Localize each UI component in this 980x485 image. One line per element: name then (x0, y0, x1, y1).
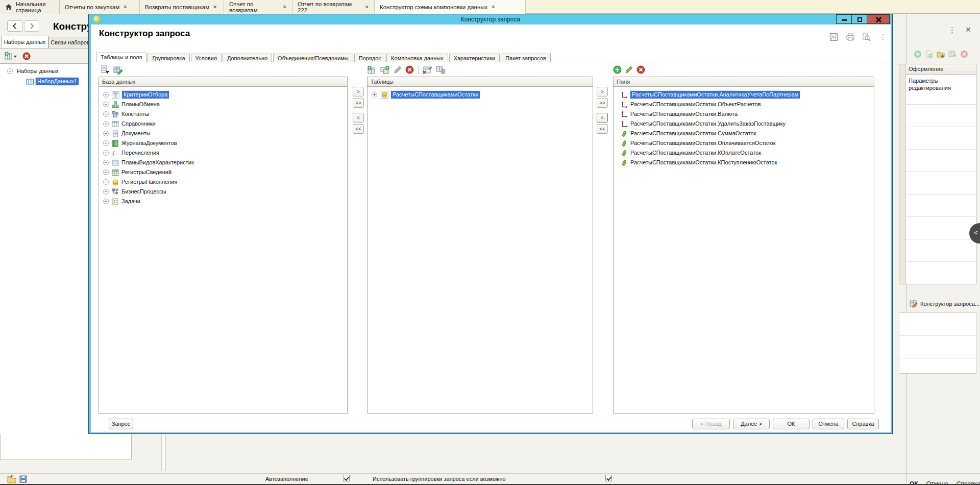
expand-icon[interactable] (103, 189, 109, 195)
tree-row[interactable]: Задачи (99, 197, 347, 206)
tree-row[interactable]: Справочники (99, 119, 347, 129)
move-left-button[interactable]: < (353, 113, 364, 123)
expand-icon[interactable] (103, 102, 109, 107)
tab-returns-report-222[interactable]: Отчет по возвратам 222 ✕ (292, 0, 375, 14)
field-row[interactable]: РасчетыСПоставщикамиОстатки.АналитикаУче… (614, 90, 874, 100)
expand-icon[interactable] (103, 179, 109, 185)
find-icon[interactable] (862, 33, 871, 41)
expand-icon[interactable] (103, 131, 109, 136)
table-parameters-icon[interactable] (436, 65, 446, 75)
add-dataset-icon[interactable] (4, 52, 17, 61)
save-icon[interactable] (829, 33, 838, 41)
use-grouping-checkbox[interactable] (605, 475, 612, 481)
print-icon[interactable] (846, 33, 855, 41)
close-icon[interactable]: ✕ (491, 5, 495, 10)
tab-query-batch[interactable]: Пакет запросов (501, 54, 551, 62)
close-icon[interactable]: ✕ (123, 5, 127, 10)
move-right-button[interactable]: > (597, 87, 608, 96)
edit-field-icon[interactable] (625, 66, 633, 74)
delete-field-icon[interactable] (636, 65, 645, 74)
add-document-icon[interactable] (925, 50, 934, 58)
dialog-titlebar[interactable]: Конструктор запроса (89, 14, 892, 25)
field-row[interactable]: РасчетыСПоставщикамиОстатки.КОплатеОстат… (614, 148, 874, 158)
appearance-cell[interactable]: Параметры редактирования (909, 77, 972, 91)
delete-icon[interactable] (405, 65, 414, 74)
expand-icon[interactable] (372, 92, 377, 98)
ok-button[interactable]: ОК (773, 419, 810, 429)
move-all-left-button[interactable]: << (353, 124, 364, 134)
add-field-icon[interactable] (613, 65, 622, 74)
field-row[interactable]: РасчетыСПоставщикамиОстатки.КПоступлению… (614, 158, 874, 167)
sidebar-tab-links[interactable]: Связи наборов (48, 37, 92, 48)
tree-row[interactable]: Константы (99, 109, 347, 119)
add-group-folder-icon[interactable] (937, 51, 946, 58)
field-row[interactable]: РасчетыСПоставщикамиОстатки.УдалитьЗаказ… (614, 119, 874, 129)
expand-icon[interactable] (103, 111, 109, 117)
close-button[interactable] (867, 14, 890, 24)
expand-icon[interactable] (103, 150, 109, 156)
appearance-header[interactable]: Оформление (906, 64, 976, 75)
tab-order[interactable]: Порядок (354, 54, 385, 62)
expand-icon[interactable] (103, 199, 109, 204)
tree-row[interactable]: КритерииОтбора (99, 90, 347, 100)
open-file-icon[interactable] (7, 475, 16, 483)
close-icon[interactable]: ✕ (365, 5, 369, 10)
expand-icon[interactable] (103, 92, 109, 98)
tab-tables-fields[interactable]: Таблицы и поля (96, 53, 146, 62)
tab-conditions[interactable]: Условия (191, 54, 222, 62)
field-row[interactable]: РасчетыСПоставщикамиОстатки.СуммаОстаток (614, 129, 874, 138)
tree-row[interactable]: РегистрыНакопления (99, 177, 347, 187)
move-all-right-button[interactable]: >> (353, 98, 364, 108)
tab-home[interactable]: Начальная страница (0, 0, 60, 14)
expand-icon[interactable] (103, 160, 109, 165)
add-table-icon[interactable] (948, 51, 957, 58)
field-row[interactable]: РасчетыСПоставщикамиОстатки.Валюта (614, 109, 874, 119)
tree-row[interactable]: БизнесПроцессы (99, 187, 347, 197)
cancel-button[interactable]: Отмена (813, 419, 844, 429)
expand-icon[interactable] (103, 121, 109, 127)
panel-close-icon[interactable]: ✕ (965, 26, 971, 34)
tree-row[interactable]: {..} Перечисления (99, 148, 347, 158)
expand-icon[interactable] (103, 169, 109, 175)
tab-grouping[interactable]: Группировка (148, 54, 189, 62)
next-button[interactable]: Далее > (733, 419, 770, 429)
tab-additional[interactable]: Дополнительно (223, 54, 272, 62)
move-left-button[interactable]: < (597, 113, 608, 123)
collapse-expander[interactable] (7, 68, 13, 74)
back-button[interactable] (7, 20, 22, 32)
more-vert-icon[interactable]: ⋮ (948, 26, 957, 35)
add-icon[interactable] (914, 50, 922, 58)
field-row[interactable]: РасчетыСПоставщикамиОстатки.ОбъектРасчет… (614, 100, 874, 109)
tree-row[interactable]: ПланыОбмена (99, 100, 347, 109)
tree-row[interactable]: РегистрыСведений (99, 167, 347, 177)
edit-table-icon[interactable] (113, 65, 123, 75)
query-button[interactable]: Запрос (109, 419, 133, 429)
maximize-button[interactable] (851, 14, 867, 24)
add-nested-table-icon[interactable] (380, 65, 390, 75)
tree-row[interactable]: ЖурналыДокументов (99, 138, 347, 148)
delete-dataset-icon[interactable] (22, 52, 31, 60)
move-right-button[interactable]: > (353, 87, 364, 96)
forward-button[interactable] (24, 20, 39, 32)
delete-icon[interactable] (960, 50, 968, 58)
vertical-splitter[interactable] (161, 434, 166, 471)
move-all-right-button[interactable]: >> (597, 98, 608, 108)
query-options-icon[interactable] (101, 65, 110, 75)
more-vert-icon[interactable]: ⋮ (879, 33, 887, 41)
minimize-button[interactable] (836, 14, 852, 24)
back-button[interactable]: < Назад (692, 419, 730, 429)
sidebar-tab-datasets[interactable]: Наборы данных (1, 36, 48, 48)
close-icon[interactable]: ✕ (283, 5, 287, 10)
tree-row[interactable]: ПланыВидовХарактеристик (99, 158, 347, 167)
table-row[interactable]: РасчетыСПоставщикамиОстатки (368, 90, 593, 100)
tree-row[interactable]: Документы (99, 129, 347, 138)
help-button[interactable]: Справка (847, 419, 879, 429)
tab-characteristics[interactable]: Характеристики (449, 54, 500, 62)
close-icon[interactable]: ✕ (213, 5, 217, 10)
save-file-icon[interactable] (19, 475, 27, 483)
field-row[interactable]: РасчетыСПоставщикамиОстатки.Оплачивается… (614, 138, 874, 148)
replace-table-icon[interactable] (422, 65, 432, 75)
query-designer-task-item[interactable]: Конструктор запроса... (910, 299, 980, 309)
tab-purchases-reports[interactable]: Отчеты по закупкам ✕ (60, 0, 140, 14)
tree-row-dataset1[interactable]: НаборДанных1 (0, 77, 88, 86)
